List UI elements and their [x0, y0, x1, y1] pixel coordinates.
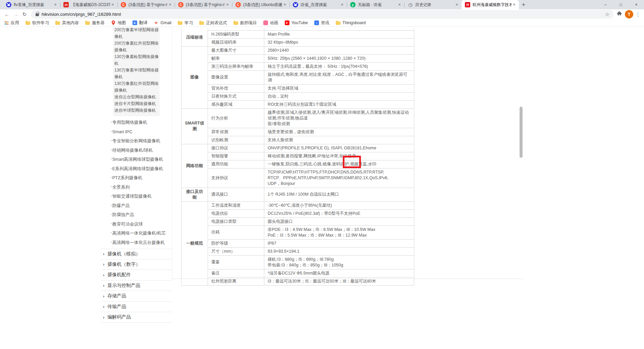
sidebar-category-label: 防腐蚀产品	[112, 212, 134, 217]
sidebar-top-item[interactable]: ›摄像机（模拟）	[101, 249, 172, 259]
spec-value-cell: 一键恢复,防闪烁,三码流,心跳,镜像,密码保护,视频遮盖,水印	[264, 160, 414, 168]
dash-prefix: -	[111, 136, 112, 144]
sidebar-sub-item[interactable]: 迷你半球型网络摄像机	[113, 107, 160, 114]
sidebar-category-item[interactable]: -经销网络摄像机/球机	[111, 145, 172, 155]
profile-avatar[interactable]: T	[625, 10, 633, 18]
close-button[interactable]: ×	[629, 0, 644, 9]
bookmark-item[interactable]: 学习	[178, 20, 193, 26]
url-text[interactable]: hikvision.com/cn/prgs_967_i16289.html	[42, 12, 605, 17]
extensions-icon[interactable]	[617, 11, 622, 18]
sidebar-top-item[interactable]: ›编解码产品	[101, 312, 172, 323]
sidebar-top-item[interactable]: ›显示与控制产品	[101, 281, 172, 291]
browser-tab[interactable]: ◷历史记录×	[404, 0, 462, 9]
bookmark-item[interactable]: 地图	[111, 20, 126, 26]
forward-icon[interactable]: →	[11, 10, 20, 19]
sidebar-subcategory-list: 200万像素半球型网络摄像机200万像素红外筒型网络摄像机130万像素枪型网络摄…	[113, 27, 160, 116]
minimize-button[interactable]: –	[598, 0, 613, 9]
bookmark-item[interactable]: ▶YouTube	[285, 20, 308, 25]
browser-menu-icon[interactable]: ⋮	[635, 11, 641, 17]
sidebar-sub-item[interactable]: 200万像素半球型网络摄像机	[113, 27, 160, 40]
spec-value-cell: 93.9×93.5×194.1	[264, 247, 414, 255]
spec-row: 背光补偿支持,可选择区域	[181, 84, 414, 92]
tab-close-icon[interactable]: ×	[397, 2, 402, 7]
dash-prefix: -	[111, 228, 112, 237]
bookmark-item[interactable]: 正则表达式	[199, 20, 227, 26]
maximize-button[interactable]: □	[613, 0, 629, 9]
browser-tab[interactable]: C(3条消息) 基于nginx-rt×	[175, 0, 232, 9]
sidebar-sub-item[interactable]: 200万像素红外筒型网络摄像机	[113, 40, 160, 53]
tab-close-icon[interactable]: ×	[339, 2, 345, 7]
chevron-right-icon: ›	[103, 252, 104, 256]
browser-tab[interactable]: C(3条消息) Ubuntu搭建×	[232, 0, 289, 9]
spec-label-cell: 重量	[208, 255, 264, 269]
tab-close-icon[interactable]: ×	[167, 2, 173, 7]
bookmark-item[interactable]: 应用	[4, 20, 19, 26]
bookmark-item[interactable]: Thingsboard	[336, 20, 366, 25]
reload-icon[interactable]: ↻	[20, 10, 29, 19]
address-bar[interactable]: hikvision.com/cn/prgs_967_i16289.html ☆	[31, 10, 613, 19]
sidebar-top-item[interactable]: ›摄像机（数字）	[101, 259, 172, 270]
spec-row: 智能报警移动侦测,遮挡报警,网线断,IP地址冲突,非法登录	[181, 152, 414, 160]
tab-title: (3条消息) 基于nginx-rt	[128, 2, 167, 8]
browser-tab[interactable]: C(3条消息) 基于nginx-rt×	[117, 0, 175, 9]
spec-value-cell: 支持,可选择区域	[264, 84, 414, 92]
sidebar-category-item[interactable]: -教育司法会议球	[111, 219, 172, 229]
bookmark-item[interactable]: 软件学习	[25, 20, 49, 26]
sidebar-category-item[interactable]: -E系列高清网络球型摄像机	[111, 164, 172, 173]
spec-value-cell: 32 Kbps~8Mbps	[264, 38, 414, 46]
dash-prefix: -	[111, 219, 112, 228]
spec-row: 支持协议TCP/IP,ICMP,HTTP,HTTPS,FTP,DHCP,DNS,…	[181, 168, 414, 188]
sidebar-sub-item[interactable]: 130万像素半球型网络摄像机	[113, 67, 160, 80]
bookmark-star-icon[interactable]: ☆	[605, 11, 609, 17]
spec-row: 重量裸机:I3：680g；I5：690g；I8:780g 带包装:I3：840g…	[181, 255, 414, 269]
spec-value-cell: 旋转模式,饱和度,亮度,对比度,锐度，AGC，白平衡通过客户端或者浏览器可调	[264, 70, 414, 84]
sidebar-top-item[interactable]: ›摄像机配件	[101, 270, 172, 281]
spec-value-cell: DC12V±25% / PoE(802.3af)：带D型号不支持PoE	[264, 209, 414, 217]
sidebar-top-item[interactable]: ›存储产品	[101, 291, 172, 302]
sidebar-category-item[interactable]: -高清网络一体化摄像机/机芯	[111, 228, 172, 238]
tab-title: flv直播_百度搜索	[14, 2, 53, 8]
tab-close-icon[interactable]: ×	[110, 2, 115, 7]
bookmark-item[interactable]: 其他内容	[55, 20, 79, 26]
browser-tab[interactable]: H杭州海康威视数字技术×	[462, 0, 519, 9]
apps-icon	[4, 20, 9, 25]
sidebar-top-item[interactable]: ›传输产品	[101, 302, 172, 312]
sidebar-category-item[interactable]: -智能交通球型摄像机	[111, 191, 172, 201]
bookmark-item[interactable]: MGmail	[154, 20, 172, 25]
sidebar-category-item[interactable]: -Smart高清网络球型摄像机	[111, 154, 172, 164]
back-icon[interactable]: ←	[3, 10, 11, 19]
bookmark-item[interactable]: A翻译	[132, 20, 148, 26]
sidebar-category-item[interactable]: -全景系列	[111, 182, 172, 192]
sidebar-category-item[interactable]: -专用型网络摄像机	[111, 117, 172, 127]
spec-label-cell: 红外照射距离	[208, 277, 264, 285]
sidebar-sub-item[interactable]: 迷你卡片型网络摄像机	[113, 100, 160, 107]
spec-row: 第三码流分辨率与帧率独立于主码流设置，最高支持： 50Hz : 1fps(704…	[181, 62, 414, 70]
bookmark-item[interactable]: 新的项目	[233, 20, 257, 26]
browser-tab[interactable]: flv直播_百度搜索×	[3, 0, 60, 9]
browser-tab[interactable]: 语雀_百度搜索×	[289, 0, 347, 9]
bookmark-item[interactable]: i资讯	[314, 20, 329, 26]
tab-close-icon[interactable]: ×	[512, 2, 517, 7]
spec-label-cell: 支持协议	[208, 168, 264, 188]
sidebar-sub-item[interactable]: 130万像素红外筒型网络摄像机	[113, 80, 160, 94]
sidebar-category-item[interactable]: -Smart IPC	[111, 127, 172, 136]
browser-tab[interactable]: y无标题 · 语雀×	[347, 0, 404, 9]
browser-tab[interactable]: JD【海康威视DS-2CD3T8×	[60, 0, 117, 9]
sidebar-category-item[interactable]: -专业智能分析网络摄像机	[111, 136, 172, 145]
chevron-right-icon: ›	[103, 304, 104, 309]
sidebar-sub-item[interactable]: 迷你云台型网络摄像机	[113, 94, 160, 100]
new-tab-button[interactable]: +	[519, 0, 528, 9]
sidebar-category-item[interactable]: -防腐蚀产品	[111, 210, 172, 219]
tab-close-icon[interactable]: ×	[225, 2, 230, 7]
sidebar-category-item[interactable]: -PTZ系列摄像机	[111, 173, 172, 182]
tab-close-icon[interactable]: ×	[53, 2, 58, 7]
sidebar-sub-item[interactable]: 130万像素枪型网络摄像机	[113, 53, 160, 67]
sidebar-category-item[interactable]: -防爆产品	[111, 201, 172, 210]
sidebar-category-label: 教育司法会议球	[112, 221, 143, 227]
sidebar-category-item[interactable]: -高清网络一体化云台摄像机	[111, 238, 172, 247]
bookmark-item[interactable]: 动画	[263, 20, 278, 26]
tab-close-icon[interactable]: ×	[454, 2, 460, 7]
bookmark-item[interactable]: 服务器	[85, 20, 105, 26]
page-scrollbar-thumb[interactable]	[520, 107, 523, 158]
tab-close-icon[interactable]: ×	[282, 2, 287, 7]
